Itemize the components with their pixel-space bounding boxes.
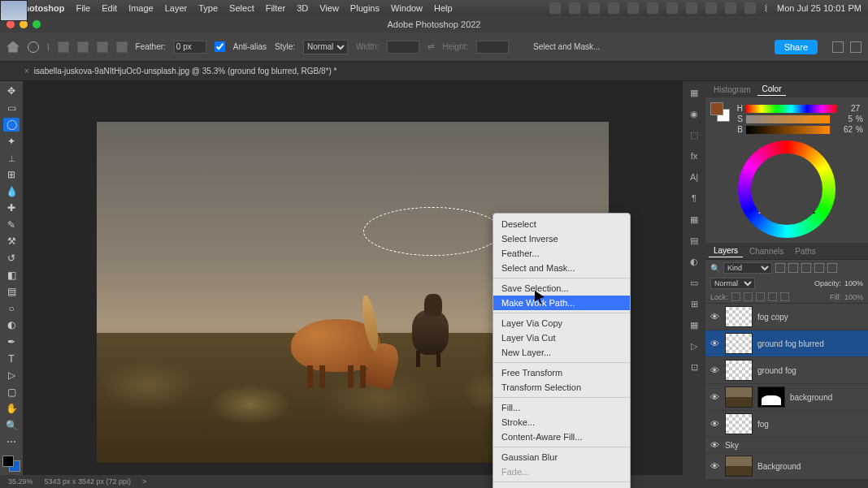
menubar-icon[interactable] (686, 2, 697, 14)
hue-slider[interactable] (746, 105, 837, 113)
new-selection-icon[interactable] (58, 41, 69, 53)
layer-name[interactable]: Sky (725, 441, 739, 450)
hand-tool[interactable]: ✋ (3, 402, 20, 416)
zoom-level[interactable]: 35.29% (8, 477, 33, 486)
tab-layers[interactable]: Layers (709, 244, 743, 257)
visibility-icon[interactable]: 👁 (710, 339, 720, 348)
crop-tool[interactable]: ⟂ (3, 151, 20, 165)
path-tool[interactable]: ▷ (3, 369, 20, 382)
filter-icon[interactable] (775, 263, 785, 273)
lock-icon[interactable] (780, 292, 789, 301)
layer-name[interactable]: ground fog (757, 366, 796, 375)
healing-tool[interactable]: ✚ (3, 201, 20, 215)
visibility-icon[interactable]: 👁 (710, 461, 720, 471)
tool-preset-icon[interactable] (28, 41, 39, 53)
visibility-icon[interactable]: 👁 (710, 312, 720, 322)
menubar-icon[interactable] (549, 2, 561, 14)
color-panel-tabs[interactable]: Histogram Color (705, 81, 868, 97)
context-menu-item[interactable]: Gaussian Blur (493, 450, 630, 464)
zoom-tool[interactable]: 🔍 (3, 419, 20, 433)
bri-value[interactable]: 62 (833, 125, 853, 134)
layer-filter-kind[interactable]: Kind (723, 262, 772, 274)
tab-channels[interactable]: Channels (744, 245, 788, 257)
context-menu-item[interactable]: Deselect (493, 217, 630, 231)
layer-row[interactable]: 👁 ground fog (705, 357, 868, 384)
layer-thumb[interactable] (725, 413, 753, 434)
menubar-icon[interactable] (608, 2, 619, 14)
eraser-tool[interactable]: ◧ (3, 268, 20, 282)
layer-name[interactable]: background (790, 393, 832, 402)
select-mask-button[interactable]: Select and Mask... (533, 42, 600, 51)
more-tools[interactable]: ⋯ (3, 435, 20, 449)
menu-plugins[interactable]: Plugins (350, 3, 380, 13)
lock-icon[interactable] (744, 292, 753, 301)
home-icon[interactable] (7, 41, 20, 53)
layer-name[interactable]: ground fog blurred (757, 339, 824, 348)
context-menu-item[interactable]: Select Inverse (493, 231, 630, 246)
clock[interactable]: Mon Jul 25 10:01 PM (777, 3, 861, 13)
blur-tool[interactable]: ○ (3, 302, 20, 316)
menu-filter[interactable]: Filter (266, 3, 285, 13)
brush-tool[interactable]: ✎ (3, 218, 20, 232)
history-brush-tool[interactable]: ↺ (3, 252, 20, 266)
context-menu-item[interactable]: Content-Aware Fill... (493, 430, 630, 444)
menu-file[interactable]: File (76, 3, 90, 13)
panel-icon[interactable]: A| (688, 171, 701, 184)
menu-view[interactable]: View (319, 3, 339, 13)
filter-icon[interactable] (814, 263, 824, 273)
panel-icon[interactable]: ¶ (688, 192, 701, 205)
menu-image[interactable]: Image (128, 3, 154, 13)
menubar-icon[interactable] (705, 2, 717, 14)
style-select[interactable]: Normal (303, 40, 348, 54)
menubar-icon[interactable] (666, 2, 678, 14)
panel-icon[interactable]: ⊞ (688, 297, 701, 310)
antialias-checkbox[interactable] (215, 41, 225, 52)
feather-input[interactable] (174, 41, 206, 54)
lasso-tool[interactable]: ◯ (3, 118, 20, 132)
layer-thumb[interactable] (725, 306, 753, 327)
workspace-icon[interactable] (850, 41, 861, 53)
menubar-icon[interactable] (627, 2, 639, 14)
layer-name[interactable]: fog copy (757, 313, 788, 322)
wifi-icon[interactable]: ⧙ (764, 3, 769, 13)
sat-slider[interactable] (746, 115, 830, 123)
panel-icon[interactable]: ⊡ (688, 361, 701, 374)
context-menu[interactable]: DeselectSelect InverseFeather...Select a… (493, 213, 631, 488)
subtract-selection-icon[interactable] (97, 41, 108, 53)
panel-icon[interactable]: ▤ (688, 234, 701, 247)
doc-dimensions[interactable]: 5343 px x 3542 px (72 ppi) (45, 477, 132, 486)
layer-row[interactable]: 👁 background (705, 384, 868, 411)
panel-icon[interactable]: ▦ (688, 86, 701, 99)
visibility-icon[interactable]: 👁 (710, 440, 720, 450)
panel-icon[interactable]: ◐ (688, 255, 701, 268)
panel-icon[interactable]: ▦ (688, 213, 701, 226)
menu-window[interactable]: Window (391, 3, 423, 13)
context-menu-item[interactable]: New Layer... (493, 345, 630, 360)
panel-icon[interactable]: ⬚ (688, 128, 701, 141)
tab-close-icon[interactable]: × (24, 67, 29, 76)
menubar-icon[interactable] (725, 2, 736, 14)
menu-type[interactable]: Type (198, 3, 218, 13)
pen-tool[interactable]: ✒ (3, 335, 20, 349)
panel-icon[interactable]: ▷ (688, 339, 701, 352)
context-menu-item[interactable]: Free Transform (493, 365, 630, 380)
bri-slider[interactable] (746, 126, 830, 134)
intersect-selection-icon[interactable] (116, 41, 128, 53)
panel-icon[interactable]: fx (688, 149, 701, 162)
status-arrow-icon[interactable]: > (142, 477, 146, 486)
layer-row[interactable]: 👁 Background (705, 453, 868, 480)
layer-thumb[interactable] (725, 456, 753, 477)
panel-icon[interactable]: ◉ (688, 107, 701, 120)
sat-value[interactable]: 5 (833, 114, 853, 123)
layer-name[interactable]: Background (757, 462, 801, 471)
layer-row[interactable]: 👁 fog copy (705, 304, 868, 330)
dodge-tool[interactable]: ◐ (3, 318, 20, 332)
lock-icon[interactable] (731, 292, 740, 301)
context-menu-item[interactable]: Select and Mask... (493, 261, 630, 275)
menu-edit[interactable]: Edit (102, 3, 117, 13)
panel-icon[interactable]: ▦ (688, 318, 701, 331)
context-menu-item[interactable]: Stroke... (493, 415, 630, 430)
layer-row[interactable]: 👁 Sky (705, 438, 868, 453)
stamp-tool[interactable]: ⚒ (3, 235, 20, 248)
move-tool[interactable]: ✥ (3, 84, 20, 98)
